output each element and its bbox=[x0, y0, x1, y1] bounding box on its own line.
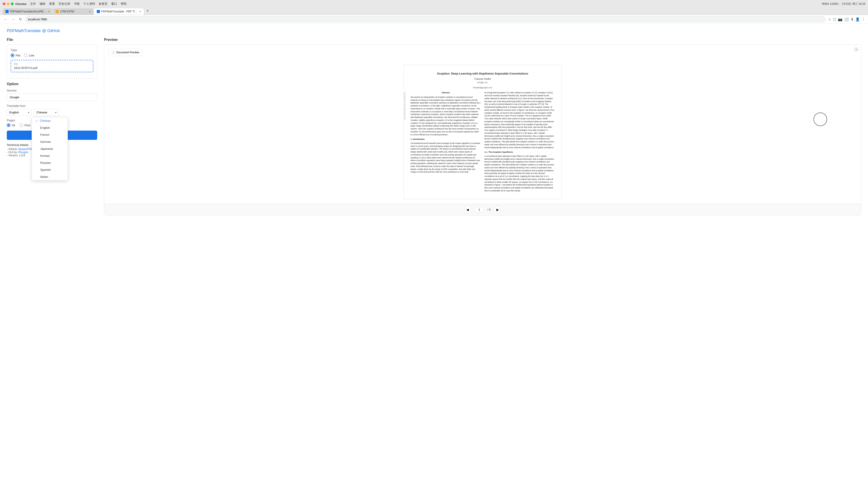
document-icon: 📄 bbox=[112, 51, 115, 54]
minimize-window-button[interactable] bbox=[7, 2, 9, 5]
doc-preview-button[interactable]: 📄 Document Preview bbox=[108, 49, 143, 56]
tab-3-title: PDFMathTranslate - PDF Tran... bbox=[101, 10, 138, 13]
pages-first-circle bbox=[20, 123, 23, 127]
preview-content: arXiv:1610.02357v3 [cs.CV] 4 Apr 2017 Xc… bbox=[104, 60, 861, 204]
page-number-input[interactable] bbox=[475, 207, 484, 213]
tab-3-active[interactable]: PDFMathTranslate - PDF Tran... × bbox=[94, 8, 144, 15]
file-radio-circle bbox=[11, 54, 14, 57]
back-button[interactable]: ← bbox=[3, 17, 8, 22]
type-label: Type bbox=[11, 48, 93, 52]
tab-2[interactable]: 1706.03762 × bbox=[53, 8, 94, 15]
more-menu-icon[interactable]: ⋮ bbox=[862, 17, 865, 22]
browser-titlebar: Chrome 文件 编辑 查看 历史记录 书签 个人资料 标签页 窗口 帮助 9… bbox=[0, 0, 868, 15]
dropdown-item-italian[interactable]: Italian bbox=[32, 173, 68, 180]
traffic-lights bbox=[3, 2, 13, 5]
pages-first-radio[interactable]: First bbox=[20, 123, 30, 127]
dropdown-item-russian[interactable]: Russian bbox=[32, 159, 68, 166]
translate-from-label: Translate from bbox=[7, 104, 97, 107]
tabs-menu[interactable]: 标签页 bbox=[99, 2, 107, 6]
right-col-text: as GoogLeNet (Inception V1), later refin… bbox=[485, 91, 555, 149]
chinese-option-label: Chinese bbox=[40, 119, 51, 123]
paper-email: fchollet@google.com bbox=[410, 86, 555, 89]
pages-all-radio[interactable]: All bbox=[7, 123, 15, 127]
forward-button[interactable]: → bbox=[10, 17, 16, 22]
app-name[interactable]: Chrome bbox=[16, 2, 26, 6]
check-icon: ✓ bbox=[35, 119, 38, 123]
tab-3-close[interactable]: × bbox=[139, 10, 141, 13]
service-label: Service bbox=[7, 89, 97, 92]
service-input[interactable] bbox=[7, 94, 97, 101]
screenshot-icon[interactable]: 📷 bbox=[838, 17, 842, 22]
address-input[interactable] bbox=[25, 16, 826, 22]
edit-menu[interactable]: 编辑 bbox=[39, 2, 45, 6]
close-window-button[interactable] bbox=[3, 2, 5, 5]
pages-first-label: First bbox=[24, 124, 30, 127]
dropdown-item-chinese[interactable]: ✓ Chinese bbox=[32, 117, 68, 124]
to-lang-select[interactable]: Chinese bbox=[34, 109, 59, 116]
abstract-text: We present an interpretation of Inceptio… bbox=[410, 96, 481, 136]
new-tab-button[interactable]: + bbox=[144, 7, 151, 15]
option-title: Option bbox=[7, 82, 97, 86]
option-section: Option Service Translate from English ▼ bbox=[7, 82, 97, 127]
bookmarks-menu[interactable]: 书签 bbox=[74, 2, 80, 6]
file-section: Type File Link File 1610.02357v bbox=[7, 44, 97, 78]
italian-option-label: Italian bbox=[40, 175, 48, 178]
next-page-button[interactable]: ▶ bbox=[494, 206, 501, 213]
spanish-option-label: Spanish bbox=[40, 168, 51, 171]
paper-page: arXiv:1610.02357v3 [cs.CV] 4 Apr 2017 Xc… bbox=[403, 65, 562, 199]
window-menu[interactable]: 窗口 bbox=[111, 2, 117, 6]
file-name-display: 1610.02357v3.pdf bbox=[14, 66, 90, 70]
preview-close-button[interactable]: × bbox=[854, 47, 859, 52]
github-link[interactable]: PDFMathTranslate @ GitHub bbox=[7, 29, 861, 33]
profile-icon[interactable]: 👤 bbox=[855, 17, 860, 22]
dropdown-item-spanish[interactable]: Spanish bbox=[32, 166, 68, 173]
page-content: PDFMathTranslate @ GitHub File Type File bbox=[0, 24, 868, 488]
section1-text: Convolutional neural networks have emerg… bbox=[410, 142, 481, 173]
file-radio-label: File bbox=[16, 54, 20, 57]
tab-2-close[interactable]: × bbox=[89, 10, 91, 13]
system-clock: 9KB/s 11KB/s 1月15日 周三 18:18 bbox=[822, 2, 865, 6]
french-option-label: French bbox=[40, 133, 49, 136]
file-radio[interactable]: File bbox=[11, 54, 20, 57]
toolbar-icons: ☆ ⬡ 📷 ⬜ ⬇ 👤 ⋮ bbox=[828, 17, 865, 22]
tab-1[interactable]: PDFMathTranslate/docs/REA... × bbox=[3, 8, 53, 15]
dropdown-item-korean[interactable]: Korean bbox=[32, 152, 68, 159]
history-menu[interactable]: 历史记录 bbox=[59, 2, 70, 6]
language-dropdown[interactable]: ✓ Chinese English French bbox=[32, 117, 68, 181]
doc-preview-label: Document Preview bbox=[116, 51, 139, 54]
refresh-button[interactable]: ↻ bbox=[18, 16, 23, 22]
paper-author: François Chollet bbox=[410, 77, 555, 80]
dropdown-item-french[interactable]: French bbox=[32, 131, 68, 138]
pages-all-inner bbox=[8, 124, 9, 126]
paper-col-right: as GoogLeNet (Inception V1), later refin… bbox=[485, 91, 555, 192]
abstract-title: Abstract bbox=[410, 91, 481, 94]
tab-1-close[interactable]: × bbox=[48, 10, 50, 13]
dropdown-item-english[interactable]: English bbox=[32, 124, 68, 131]
translate-from-section: Translate from English ▼ Chinese bbox=[7, 104, 97, 116]
from-lang-wrapper[interactable]: English ▼ bbox=[7, 109, 32, 116]
file-radio-inner bbox=[11, 55, 13, 56]
gui-author-link[interactable]: Rongxin bbox=[18, 151, 28, 154]
extensions-icon[interactable]: ⬜ bbox=[844, 17, 849, 22]
cast-icon[interactable]: ⬡ bbox=[833, 17, 836, 22]
file-drop-zone[interactable]: File 1610.02357v3.pdf bbox=[11, 60, 93, 72]
translate-from-row: English ▼ Chinese ▼ bbox=[7, 109, 97, 116]
russian-option-label: Russian bbox=[40, 161, 51, 164]
prev-page-button[interactable]: ◀ bbox=[464, 206, 471, 213]
star-icon[interactable]: ☆ bbox=[828, 17, 831, 22]
profile-menu[interactable]: 个人资料 bbox=[84, 2, 95, 6]
link-radio[interactable]: Link bbox=[24, 54, 34, 57]
maximize-window-button[interactable] bbox=[11, 2, 13, 5]
tab-2-title: 1706.03762 bbox=[60, 10, 88, 13]
download-icon[interactable]: ⬇ bbox=[850, 17, 854, 22]
help-menu[interactable]: 帮助 bbox=[121, 2, 127, 6]
address-bar-row: ← → ↻ ☆ ⬡ 📷 ⬜ ⬇ 👤 ⋮ bbox=[0, 15, 868, 24]
preview-area: 📄 Document Preview × arXiv:1610.02357v3 … bbox=[104, 44, 861, 216]
view-menu[interactable]: 查看 bbox=[49, 2, 55, 6]
from-lang-select[interactable]: English bbox=[7, 109, 32, 116]
dropdown-item-german[interactable]: German bbox=[32, 138, 68, 145]
to-lang-wrapper[interactable]: Chinese ▼ bbox=[34, 109, 59, 116]
page-total: / 8 bbox=[487, 208, 491, 211]
dropdown-item-japanese[interactable]: Japanese bbox=[32, 145, 68, 152]
file-menu[interactable]: 文件 bbox=[30, 2, 36, 6]
